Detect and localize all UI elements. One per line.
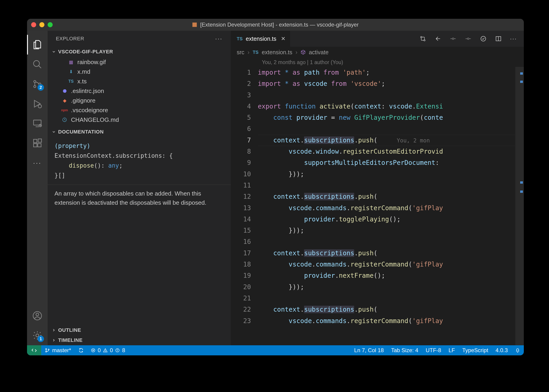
timeline-section-header[interactable]: TIMELINE bbox=[48, 335, 231, 345]
app-icon bbox=[192, 22, 197, 27]
bell-icon bbox=[515, 348, 520, 353]
documentation-panel: (property) ExtensionContext.subscription… bbox=[48, 137, 231, 211]
editor-group: TS extension.ts ✕ ··· src › TS bbox=[231, 31, 524, 345]
git-file-icon: ◆ bbox=[61, 97, 68, 104]
ellipsis-icon: ··· bbox=[33, 159, 42, 167]
remote-icon bbox=[31, 347, 37, 353]
code-editor[interactable]: 1 2 3 4 5 6 7 8 9 10 11 12 13 14 15 16 1 bbox=[231, 67, 524, 345]
problems-status[interactable]: 0 0 8 bbox=[87, 345, 129, 355]
outline-section-header[interactable]: OUTLINE bbox=[48, 325, 231, 335]
search-icon bbox=[32, 59, 42, 69]
settings-activity[interactable]: 1 bbox=[27, 326, 48, 345]
explorer-activity[interactable] bbox=[27, 35, 48, 55]
markdown-file-icon: ⬇ bbox=[68, 69, 74, 75]
split-editor-button[interactable] bbox=[495, 35, 502, 42]
documentation-description: An array to which disposables can be add… bbox=[55, 189, 224, 207]
close-tab-button[interactable]: ✕ bbox=[281, 35, 285, 42]
cursor-position-status[interactable]: Ln 7, Col 18 bbox=[350, 345, 387, 355]
code-content[interactable]: import * as path from 'path'; import * a… bbox=[258, 67, 524, 345]
breadcrumb-symbol[interactable]: activate bbox=[309, 49, 328, 56]
typescript-version-status[interactable]: 4.0.3 bbox=[492, 345, 511, 355]
commit-next-button[interactable] bbox=[465, 35, 472, 42]
history-file-icon bbox=[61, 117, 68, 123]
eol-status[interactable]: LF bbox=[445, 345, 459, 355]
minimize-window-button[interactable] bbox=[39, 22, 44, 27]
minimap[interactable] bbox=[515, 67, 524, 345]
typescript-file-icon: TS bbox=[253, 50, 259, 55]
git-code-lens[interactable]: You, 2 months ago | 1 author (You) bbox=[231, 58, 524, 67]
remote-explorer-activity[interactable] bbox=[27, 114, 48, 133]
file-eslintrc[interactable]: ⬣ .eslintrc.json bbox=[48, 86, 231, 96]
chevron-down-icon bbox=[51, 130, 57, 134]
git-branch-status[interactable]: master* bbox=[41, 345, 75, 355]
svg-point-20 bbox=[452, 38, 454, 40]
sidebar-more-button[interactable]: ··· bbox=[215, 35, 222, 42]
chevron-down-icon bbox=[51, 50, 57, 54]
error-icon bbox=[91, 348, 96, 353]
svg-point-14 bbox=[36, 313, 39, 316]
sidebar-title-row: EXPLORER ··· bbox=[48, 31, 231, 47]
svg-point-18 bbox=[424, 40, 425, 41]
typescript-file-icon: TS bbox=[68, 78, 74, 84]
more-editor-actions-button[interactable]: ··· bbox=[510, 35, 517, 42]
status-bar: master* 0 0 8 Ln 7, Col 18 Tab Size: 4 U… bbox=[27, 345, 524, 355]
commit-prev-button[interactable] bbox=[450, 35, 457, 42]
window-title: [Extension Development Host] - extension… bbox=[27, 21, 524, 28]
file-vscodeignore[interactable]: npm .vscodeignore bbox=[48, 105, 231, 115]
breadcrumb-file[interactable]: extension.ts bbox=[262, 49, 292, 56]
account-icon bbox=[32, 311, 42, 321]
svg-point-2 bbox=[34, 80, 36, 82]
file-x-md[interactable]: ⬇ x.md bbox=[48, 67, 231, 77]
tab-extension-ts[interactable]: TS extension.ts ✕ bbox=[231, 31, 290, 47]
vscode-window: [Extension Development Host] - extension… bbox=[27, 19, 524, 355]
indentation-status[interactable]: Tab Size: 4 bbox=[387, 345, 422, 355]
svg-point-36 bbox=[105, 351, 105, 351]
file-tree: ▦ rainbow.gif ⬇ x.md TS x.ts ⬣ .eslintrc… bbox=[48, 57, 231, 127]
current-line-highlight bbox=[258, 135, 524, 146]
file-gitignore[interactable]: ◆ .gitignore bbox=[48, 96, 231, 105]
svg-point-5 bbox=[38, 105, 42, 108]
eslint-file-icon: ⬣ bbox=[61, 88, 68, 94]
sync-icon bbox=[78, 348, 83, 353]
warning-icon bbox=[103, 348, 108, 353]
typescript-file-icon: TS bbox=[237, 36, 243, 42]
npm-file-icon: npm bbox=[61, 107, 68, 113]
accounts-activity[interactable] bbox=[27, 306, 48, 326]
documentation-section-header[interactable]: DOCUMENTATION bbox=[48, 127, 231, 137]
line-number-gutter: 1 2 3 4 5 6 7 8 9 10 11 12 13 14 15 16 1 bbox=[231, 67, 258, 345]
chevron-right-icon: › bbox=[296, 49, 297, 56]
explorer-sidebar: EXPLORER ··· VSCODE-GIF-PLAYER ▦ rainbow… bbox=[48, 31, 231, 345]
go-back-button[interactable] bbox=[435, 35, 441, 42]
more-activity[interactable]: ··· bbox=[27, 153, 48, 173]
svg-rect-12 bbox=[38, 139, 42, 142]
compare-changes-button[interactable] bbox=[419, 35, 426, 42]
remote-indicator[interactable] bbox=[27, 345, 41, 355]
editor-toolbar: ··· bbox=[419, 35, 524, 42]
language-mode-status[interactable]: TypeScript bbox=[459, 345, 492, 355]
git-branch-icon bbox=[45, 348, 50, 353]
file-x-ts[interactable]: TS x.ts bbox=[48, 77, 231, 86]
sync-status[interactable] bbox=[75, 345, 87, 355]
close-window-button[interactable] bbox=[31, 22, 36, 27]
run-debug-activity[interactable] bbox=[27, 94, 48, 114]
breadcrumb-folder[interactable]: src bbox=[237, 49, 244, 56]
image-file-icon: ▦ bbox=[68, 59, 74, 65]
svg-point-0 bbox=[34, 61, 40, 67]
toggle-lens-button[interactable] bbox=[480, 35, 487, 42]
extensions-activity[interactable] bbox=[27, 133, 48, 153]
extensions-icon bbox=[32, 138, 42, 148]
encoding-status[interactable]: UTF-8 bbox=[422, 345, 445, 355]
debug-icon bbox=[32, 99, 42, 109]
breadcrumb[interactable]: src › TS extension.ts › activate bbox=[231, 47, 524, 58]
tab-label: extension.ts bbox=[246, 35, 276, 42]
maximize-window-button[interactable] bbox=[48, 22, 53, 27]
scm-activity[interactable]: 2 bbox=[27, 74, 48, 94]
search-activity[interactable] bbox=[27, 55, 48, 74]
window-controls bbox=[31, 22, 53, 27]
file-changelog[interactable]: CHANGELOG.md bbox=[48, 115, 231, 125]
project-section-header[interactable]: VSCODE-GIF-PLAYER bbox=[48, 47, 231, 57]
file-rainbow-gif[interactable]: ▦ rainbow.gif bbox=[48, 57, 231, 67]
svg-point-26 bbox=[481, 36, 486, 41]
chevron-right-icon bbox=[51, 328, 57, 332]
notifications-status[interactable] bbox=[511, 345, 524, 355]
